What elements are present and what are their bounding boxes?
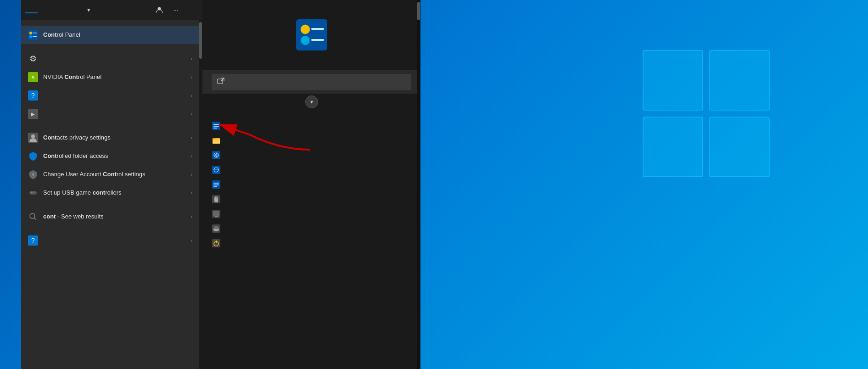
chevron-down-icon: ▾ bbox=[87, 6, 90, 13]
gear-icon: ⚙ bbox=[29, 54, 37, 64]
recent-mouse-icon bbox=[212, 195, 221, 204]
svg-rect-38 bbox=[213, 140, 220, 144]
left-panel: ▾ ··· bbox=[21, 0, 202, 369]
open-button-row bbox=[202, 70, 420, 94]
tab-web[interactable] bbox=[69, 7, 82, 13]
search-icon bbox=[28, 211, 39, 222]
right-scrollbar[interactable] bbox=[417, 0, 420, 369]
windows-logo bbox=[638, 46, 776, 184]
app-nvidia-text: NVIDIA Control Panel bbox=[43, 73, 186, 81]
tab-all[interactable] bbox=[25, 7, 38, 13]
svg-rect-2 bbox=[643, 117, 703, 177]
user-icon-button[interactable] bbox=[153, 4, 166, 17]
contacts-privacy-text: Contacts privacy settings bbox=[43, 134, 186, 142]
svg-rect-26 bbox=[296, 19, 327, 50]
svg-rect-28 bbox=[311, 28, 324, 30]
uac-title: Change User Account Control settings bbox=[43, 171, 186, 179]
svg-point-8 bbox=[29, 35, 32, 38]
chevron-right-icon-9: › bbox=[191, 214, 192, 219]
recent-item-devices-printers[interactable] bbox=[212, 221, 411, 236]
tabs-right-controls: ··· bbox=[153, 4, 199, 17]
svg-rect-9 bbox=[33, 36, 37, 37]
app-item-nvidia[interactable]: N NVIDIA Control Panel › bbox=[21, 68, 199, 86]
app-icon-large bbox=[295, 18, 328, 51]
website-icon: ? bbox=[28, 235, 39, 246]
svg-rect-46 bbox=[213, 183, 219, 184]
open-button[interactable] bbox=[212, 74, 411, 90]
expand-row: ▾ bbox=[202, 94, 420, 110]
left-scrollbar-thumb bbox=[199, 22, 202, 59]
best-match-item-text: Control Panel bbox=[43, 31, 192, 39]
tab-documents[interactable] bbox=[54, 7, 67, 13]
controlled-folder-title: Controlled folder access bbox=[43, 152, 186, 160]
run-app-icon: ▶ bbox=[28, 108, 39, 119]
app-item-run[interactable]: ▶ › bbox=[21, 105, 199, 123]
settings-app-icon: ⚙ bbox=[28, 53, 39, 64]
shield-icon bbox=[28, 151, 39, 162]
web-search-text: cont - See web results bbox=[43, 213, 186, 221]
more-options-button[interactable]: ··· bbox=[169, 4, 182, 17]
svg-text:?: ? bbox=[31, 92, 35, 99]
app-item-settings[interactable]: ⚙ › bbox=[21, 50, 199, 68]
recent-section bbox=[202, 110, 420, 251]
chevron-right-icon-2: › bbox=[191, 75, 192, 80]
chevron-right-icon-4: › bbox=[191, 112, 192, 117]
recent-item-power[interactable] bbox=[212, 236, 411, 251]
left-scrollbar[interactable] bbox=[199, 20, 202, 369]
recent-item-device-manager[interactable] bbox=[212, 207, 411, 221]
contacts-privacy-title: Contacts privacy settings bbox=[43, 134, 186, 142]
svg-rect-34 bbox=[213, 124, 219, 125]
tab-apps[interactable] bbox=[39, 7, 52, 13]
ellipsis-icon: ··· bbox=[173, 6, 179, 14]
uac-text: Change User Account Control settings bbox=[43, 171, 186, 179]
svg-rect-52 bbox=[213, 211, 219, 216]
recent-power-icon bbox=[212, 239, 221, 248]
recent-item-uninstall[interactable] bbox=[212, 177, 411, 192]
best-match-title: Control Panel bbox=[43, 31, 192, 39]
recent-devices-printers-icon bbox=[212, 224, 221, 233]
chevron-down-icon: ▾ bbox=[310, 99, 313, 105]
svg-rect-35 bbox=[213, 126, 219, 127]
svg-rect-30 bbox=[311, 39, 324, 41]
chevron-right-icon-3: › bbox=[191, 93, 192, 98]
svg-rect-0 bbox=[643, 50, 703, 110]
web-search-item[interactable]: cont - See web results › bbox=[21, 207, 199, 226]
svg-text:!: ! bbox=[33, 173, 34, 177]
app-item-get-help[interactable]: ? › bbox=[21, 86, 199, 105]
recent-advanced-sharing-icon bbox=[212, 165, 221, 174]
tab-more[interactable]: ▾ bbox=[84, 5, 93, 15]
search-web-label bbox=[21, 202, 199, 207]
svg-rect-57 bbox=[214, 226, 218, 229]
chevron-right-icon-8: › bbox=[191, 190, 192, 196]
expand-button[interactable]: ▾ bbox=[305, 95, 318, 108]
recent-item-mouse[interactable] bbox=[212, 192, 411, 207]
setting-uac[interactable]: ! Change User Account Control settings › bbox=[21, 165, 199, 184]
chevron-right-icon-6: › bbox=[191, 154, 192, 159]
svg-rect-7 bbox=[33, 33, 37, 34]
recent-item-file-explorer[interactable] bbox=[212, 133, 411, 148]
app-nvidia-title: NVIDIA Control Panel bbox=[43, 73, 186, 81]
setting-usb-controllers[interactable]: Set up USB game controllers › bbox=[21, 184, 199, 202]
svg-rect-36 bbox=[213, 128, 217, 129]
results-list: Control Panel ⚙ › N bbox=[21, 20, 202, 369]
get-help-icon: ? bbox=[28, 90, 39, 101]
svg-rect-31 bbox=[218, 79, 223, 84]
app-detail-header bbox=[202, 0, 420, 70]
website-get-help[interactable]: ? › bbox=[21, 231, 199, 250]
svg-rect-5 bbox=[28, 30, 38, 40]
close-button[interactable] bbox=[186, 4, 199, 17]
best-match-label bbox=[21, 20, 199, 26]
setting-contacts-privacy[interactable]: Contacts privacy settings › bbox=[21, 129, 199, 147]
recent-device-manager-icon bbox=[212, 209, 221, 218]
right-panel: ▾ bbox=[202, 0, 420, 369]
settings-section-label bbox=[21, 123, 199, 129]
recent-item-advanced-sharing[interactable] bbox=[212, 162, 411, 177]
apps-section-label bbox=[21, 44, 199, 50]
svg-rect-54 bbox=[214, 217, 218, 217]
usb-controllers-text: Set up USB game controllers bbox=[43, 189, 186, 197]
recent-item-programs[interactable] bbox=[212, 118, 411, 133]
recent-item-network[interactable] bbox=[212, 148, 411, 162]
setting-controlled-folder[interactable]: Controlled folder access › bbox=[21, 147, 199, 165]
best-match-item-control-panel[interactable]: Control Panel bbox=[21, 26, 199, 44]
svg-point-29 bbox=[301, 36, 310, 45]
